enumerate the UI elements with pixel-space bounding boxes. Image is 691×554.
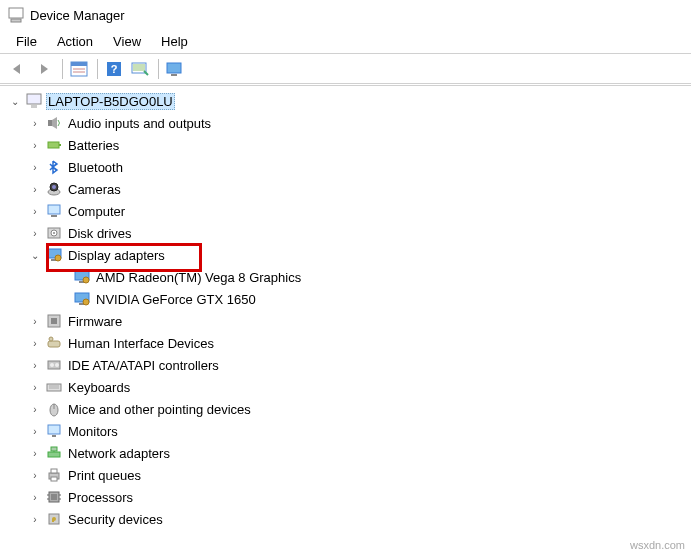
tree-node-label: Disk drives (66, 225, 134, 242)
tree-node[interactable]: ›Print queues (0, 464, 691, 486)
expand-icon[interactable]: › (28, 424, 42, 438)
svg-rect-53 (51, 477, 57, 481)
tree-node[interactable]: ›Batteries (0, 134, 691, 156)
tree-node-label: Cameras (66, 181, 123, 198)
network-icon (45, 445, 63, 461)
tree-node-label: Keyboards (66, 379, 132, 396)
properties-button[interactable] (67, 57, 91, 81)
scan-button[interactable] (128, 57, 152, 81)
expand-icon[interactable]: › (28, 314, 42, 328)
tree-node-label: Monitors (66, 423, 120, 440)
display-icon (73, 291, 91, 307)
svg-rect-55 (51, 494, 57, 500)
speaker-icon (45, 115, 63, 131)
ide-icon (45, 357, 63, 373)
menu-help[interactable]: Help (151, 32, 198, 51)
expand-icon[interactable]: › (28, 182, 42, 196)
titlebar: Device Manager (0, 0, 691, 30)
toolbar: ? (0, 54, 691, 84)
svg-point-19 (52, 185, 56, 189)
tree-node[interactable]: ›Cameras (0, 178, 691, 200)
tree-node-label: Human Interface Devices (66, 335, 216, 352)
tree-node[interactable]: ›Disk drives (0, 222, 691, 244)
tree-node[interactable]: ›Security devices (0, 508, 691, 530)
expand-icon[interactable]: › (28, 358, 42, 372)
device-tree[interactable]: ⌄ LAPTOP-B5DGO0LU ›Audio inputs and outp… (0, 85, 691, 554)
tree-root[interactable]: ⌄ LAPTOP-B5DGO0LU (0, 90, 691, 112)
expand-icon[interactable]: › (28, 446, 42, 460)
svg-rect-11 (171, 74, 177, 76)
tree-node[interactable]: ›Keyboards (0, 376, 691, 398)
tree-node[interactable]: ›Human Interface Devices (0, 332, 691, 354)
bluetooth-icon (45, 159, 63, 175)
display-icon (73, 269, 91, 285)
expand-icon[interactable]: › (28, 468, 42, 482)
svg-rect-0 (9, 8, 23, 18)
tree-node[interactable]: ›Mice and other pointing devices (0, 398, 691, 420)
tree-node[interactable]: ›NVIDIA GeForce GTX 1650 (0, 288, 691, 310)
svg-rect-52 (51, 469, 57, 473)
back-button[interactable] (6, 57, 30, 81)
svg-rect-12 (27, 94, 41, 104)
expand-icon[interactable]: › (28, 138, 42, 152)
expand-icon[interactable]: › (28, 402, 42, 416)
help-button[interactable]: ? (102, 57, 126, 81)
app-icon (8, 7, 24, 23)
expand-icon[interactable]: › (28, 380, 42, 394)
expand-icon[interactable]: › (28, 160, 42, 174)
tree-node[interactable]: ›IDE ATA/ATAPI controllers (0, 354, 691, 376)
window-title: Device Manager (30, 8, 125, 23)
menu-action[interactable]: Action (47, 32, 103, 51)
toolbar-separator (62, 59, 63, 79)
tree-node-label: Display adapters (66, 247, 167, 264)
tree-node[interactable]: ›Monitors (0, 420, 691, 442)
tree-node-label: IDE ATA/ATAPI controllers (66, 357, 221, 374)
expand-icon[interactable]: › (28, 226, 42, 240)
mouse-icon (45, 401, 63, 417)
svg-point-27 (55, 255, 61, 261)
tree-node[interactable]: ›Processors (0, 486, 691, 508)
expand-icon[interactable]: › (28, 204, 42, 218)
menu-view[interactable]: View (103, 32, 151, 51)
svg-rect-49 (51, 447, 57, 451)
tree-node[interactable]: ›Computer (0, 200, 691, 222)
menu-file[interactable]: File (6, 32, 47, 51)
tree-root-label: LAPTOP-B5DGO0LU (46, 93, 175, 110)
svg-point-30 (83, 277, 89, 283)
toolbar-separator (97, 59, 98, 79)
svg-rect-47 (52, 435, 56, 437)
tree-node[interactable]: ›Firmware (0, 310, 691, 332)
expand-icon[interactable]: › (28, 336, 42, 350)
forward-button[interactable] (32, 57, 56, 81)
svg-point-37 (49, 337, 53, 341)
tree-node-label: Computer (66, 203, 127, 220)
tree-node-label: Processors (66, 489, 135, 506)
expand-icon[interactable]: › (28, 490, 42, 504)
cpu-icon (45, 489, 63, 505)
expand-icon[interactable]: › (28, 116, 42, 130)
svg-rect-14 (48, 120, 52, 126)
display-icon (45, 247, 63, 263)
security-icon (45, 511, 63, 527)
disk-icon (45, 225, 63, 241)
computer-icon (45, 203, 63, 219)
tree-node[interactable]: ›Audio inputs and outputs (0, 112, 691, 134)
svg-text:?: ? (111, 63, 118, 75)
expand-icon[interactable]: › (28, 512, 42, 526)
svg-rect-46 (48, 425, 60, 434)
tree-node-label: AMD Radeon(TM) Vega 8 Graphics (94, 269, 303, 286)
expand-icon[interactable]: ⌄ (8, 94, 22, 108)
battery-icon (45, 137, 63, 153)
tree-node[interactable]: ›Bluetooth (0, 156, 691, 178)
tree-node[interactable]: ›AMD Radeon(TM) Vega 8 Graphics (0, 266, 691, 288)
keyboard-icon (45, 379, 63, 395)
tree-node[interactable]: ⌄Display adapters (0, 244, 691, 266)
expand-icon[interactable]: ⌄ (28, 248, 42, 262)
show-button[interactable] (163, 57, 187, 81)
hid-icon (45, 335, 63, 351)
svg-rect-13 (31, 105, 37, 108)
menubar: File Action View Help (0, 30, 691, 54)
tree-node[interactable]: ›Network adapters (0, 442, 691, 464)
tree-node-label: Mice and other pointing devices (66, 401, 253, 418)
watermark: wsxdn.com (630, 539, 685, 551)
